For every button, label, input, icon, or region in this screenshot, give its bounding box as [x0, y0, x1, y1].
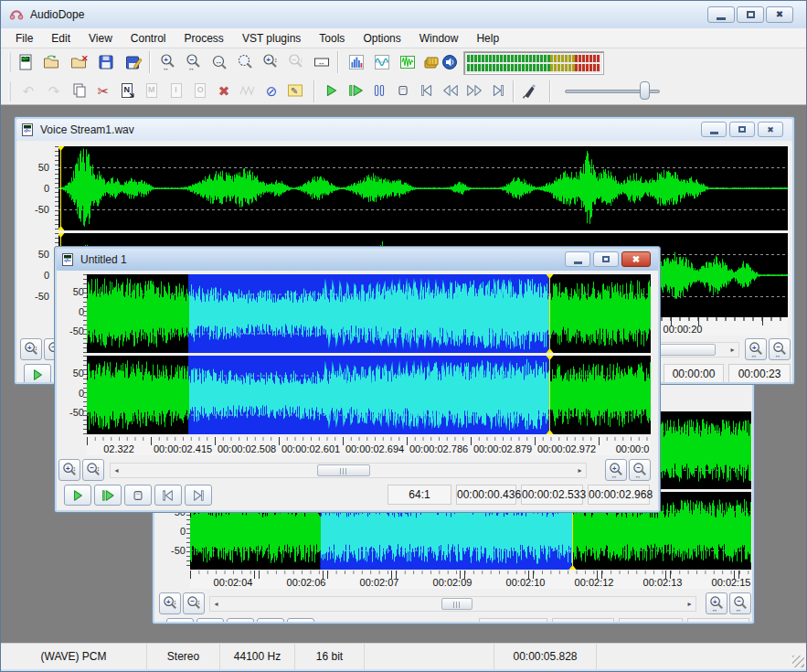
paste-overwrite-button[interactable]: O — [189, 80, 211, 101]
undo-button[interactable]: ↶ — [17, 80, 39, 101]
paste-new-button[interactable]: N — [116, 80, 138, 101]
play-button[interactable] — [24, 364, 51, 382]
menu-tools[interactable]: Tools — [310, 29, 354, 48]
app-minimize-button[interactable] — [707, 6, 735, 23]
menu-vst-plugins[interactable]: VST plugins — [233, 29, 310, 48]
go-to-start-button[interactable] — [416, 80, 438, 101]
mute-button[interactable]: ⊘ — [260, 80, 282, 101]
spectrum-analyzer-button[interactable] — [345, 50, 368, 74]
play-button[interactable] — [64, 485, 91, 506]
cut-button[interactable]: ✂ — [92, 80, 114, 101]
play-button[interactable] — [321, 80, 343, 101]
time-ruler[interactable]: 00:02:04 00:02:06 00:02:07 00:02:09 00:0… — [190, 571, 751, 589]
play-from-cursor-button[interactable] — [196, 618, 224, 622]
silence-button[interactable] — [237, 80, 259, 101]
sample-picker-button[interactable] — [518, 80, 540, 101]
menu-edit[interactable]: Edit — [42, 29, 80, 48]
menu-process[interactable]: Process — [175, 29, 233, 48]
app-close-button[interactable]: ✖ — [766, 6, 793, 23]
voice-window-titlebar[interactable]: Voice Stream1.wav ✖ — [16, 119, 792, 141]
scrollbar-thumb[interactable] — [441, 598, 473, 610]
menu-help[interactable]: Help — [467, 29, 508, 48]
zoom-in-horizontal-button[interactable]: +↔ — [156, 50, 180, 74]
horizontal-zoom-out-button[interactable]: −↔ — [769, 338, 791, 360]
scroll-left-arrow[interactable]: ◂ — [210, 597, 222, 611]
horizontal-zoom-out-button[interactable]: −↔ — [729, 592, 751, 614]
scroll-left-arrow[interactable]: ◂ — [111, 464, 122, 477]
edit-sample-button[interactable]: ✎ — [284, 80, 306, 101]
menu-options[interactable]: Options — [354, 29, 409, 48]
rewind-button[interactable] — [440, 80, 462, 101]
waveform-view-button[interactable] — [396, 50, 419, 74]
open-file-button[interactable] — [39, 50, 63, 74]
horizontal-scrollbar[interactable]: ◂ ▸ — [209, 596, 696, 612]
waveform-channel-right[interactable] — [87, 356, 651, 434]
sound-device-button[interactable] — [438, 50, 462, 74]
waveform-channel-left[interactable] — [58, 146, 788, 230]
menu-control[interactable]: Control — [122, 29, 175, 48]
stop-button[interactable] — [392, 80, 414, 101]
go-to-start-button[interactable] — [257, 618, 284, 622]
horizontal-zoom-in-button[interactable]: +↔ — [706, 592, 727, 614]
fast-forward-button[interactable] — [463, 80, 485, 101]
waveform-channel-left[interactable] — [87, 274, 651, 353]
selection-range-button[interactable]: ↔ — [310, 50, 334, 74]
play-from-cursor-button[interactable] — [345, 80, 366, 101]
toolbar-grip[interactable] — [8, 52, 11, 72]
scroll-right-arrow[interactable]: ▸ — [684, 597, 696, 611]
paste-mix-button[interactable]: M — [141, 80, 163, 101]
delete-button[interactable]: ✖ — [213, 80, 235, 101]
stop-button[interactable] — [227, 618, 254, 622]
paste-insert-button[interactable]: I — [165, 80, 187, 101]
untitled-window-titlebar[interactable]: Untitled 1 ✖ — [57, 249, 658, 271]
resize-grip[interactable] — [792, 656, 804, 667]
vertical-zoom-in-button[interactable]: +↕ — [20, 338, 42, 360]
copy-button[interactable] — [69, 80, 90, 101]
untitled-restore-button[interactable] — [593, 251, 619, 267]
pause-button[interactable] — [368, 80, 390, 101]
close-file-button[interactable]: ✕ — [67, 50, 90, 74]
untitled-minimize-button[interactable] — [565, 251, 590, 267]
app-maximize-button[interactable] — [737, 6, 764, 23]
go-to-start-button[interactable] — [154, 485, 182, 506]
save-button[interactable] — [94, 50, 118, 74]
volume-slider-thumb[interactable] — [640, 81, 650, 100]
scrollbar-thumb[interactable] — [317, 464, 370, 476]
zoom-out-horizontal-button[interactable]: −↔ — [182, 50, 206, 74]
horizontal-zoom-in-button[interactable]: +↔ — [605, 459, 627, 481]
oscilloscope-button[interactable] — [370, 50, 394, 74]
horizontal-zoom-in-button[interactable]: +↔ — [745, 338, 767, 360]
new-file-button[interactable] — [14, 50, 37, 74]
menu-file[interactable]: File — [6, 29, 42, 48]
redo-button[interactable]: ↷ — [43, 80, 65, 101]
horizontal-scrollbar[interactable]: ◂ ▸ — [110, 463, 587, 478]
zoom-out-vertical-button[interactable]: −↕ — [284, 50, 308, 74]
app-titlebar[interactable]: AudioDope ✖ — [1, 1, 806, 28]
zoom-in-vertical-button[interactable]: +↕ — [259, 50, 282, 74]
voice-close-button[interactable]: ✖ — [758, 122, 783, 137]
vertical-zoom-out-button[interactable]: −↕ — [183, 592, 205, 614]
voice-restore-button[interactable] — [729, 122, 755, 137]
horizontal-zoom-out-button[interactable]: −↔ — [629, 459, 651, 481]
vertical-zoom-in-button[interactable]: +↕ — [58, 459, 80, 481]
toolbar-grip[interactable] — [8, 81, 11, 101]
go-to-end-button[interactable] — [287, 618, 314, 622]
vertical-zoom-in-button[interactable]: +↕ — [159, 592, 181, 614]
scroll-right-arrow[interactable]: ▸ — [574, 464, 586, 477]
ruler-label: 00:02:12 — [575, 577, 614, 588]
play-from-cursor-button[interactable] — [94, 485, 122, 506]
go-to-end-button[interactable] — [185, 485, 212, 506]
menu-view[interactable]: View — [80, 29, 122, 48]
go-to-end-button[interactable] — [487, 80, 509, 101]
save-as-button[interactable] — [122, 50, 145, 74]
voice-minimize-button[interactable] — [701, 122, 727, 137]
untitled-close-button[interactable]: ✖ — [621, 251, 651, 267]
vertical-zoom-out-button[interactable]: −↕ — [82, 459, 104, 481]
zoom-selection-button[interactable] — [233, 50, 257, 74]
time-ruler[interactable]: 02.322 00:00:02.415 00:00:02.508 00:00:0… — [87, 437, 651, 455]
menu-window[interactable]: Window — [410, 29, 468, 48]
play-button[interactable] — [166, 618, 194, 622]
scroll-right-arrow[interactable]: ▸ — [727, 343, 738, 357]
stop-button[interactable] — [124, 485, 152, 506]
zoom-fit-button[interactable]: ↔ — [207, 50, 231, 74]
